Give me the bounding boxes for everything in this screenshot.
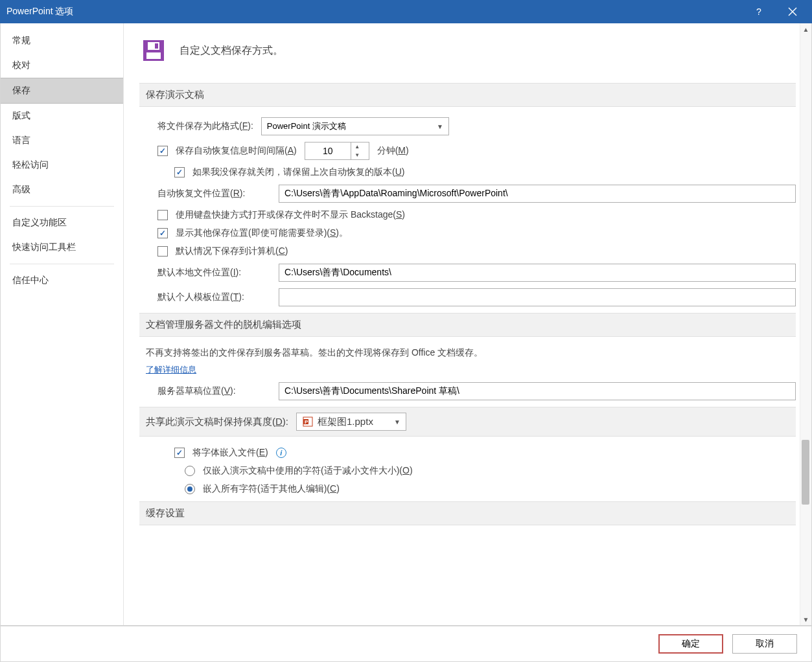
spinner-up[interactable]: ▲	[351, 143, 364, 151]
label-save-to-computer: 默认情况下保存到计算机(C)	[176, 245, 288, 257]
section-fidelity: 共享此演示文稿时保持保真度(D): P 框架图1.pptx ▼	[139, 407, 796, 437]
row-show-other-locations: 显示其他保存位置(即使可能需要登录)(S)。	[157, 227, 796, 239]
sidebar-item-customize-ribbon[interactable]: 自定义功能区	[1, 211, 123, 235]
page-subtitle: 自定义文档保存方式。	[180, 44, 283, 58]
label-keep-last: 如果我没保存就关闭，请保留上次自动恢复的版本(U)	[192, 166, 404, 178]
page-header: 自定义文档保存方式。	[139, 36, 796, 65]
sidebar-separator	[10, 206, 114, 207]
sidebar-item-accessibility[interactable]: 轻松访问	[1, 153, 123, 177]
label-show-other-loc: 显示其他保存位置(即使可能需要登录)(S)。	[176, 227, 348, 239]
dropdown-fidelity-file[interactable]: P 框架图1.pptx ▼	[296, 413, 406, 431]
sidebar-separator	[10, 264, 114, 264]
row-no-backstage: 使用键盘快捷方式打开或保存文件时不显示 Backstage(S)	[157, 209, 796, 221]
scroll-down-icon[interactable]: ▼	[800, 613, 811, 625]
chevron-down-icon: ▼	[394, 418, 400, 426]
radio-embed-all[interactable]	[185, 484, 195, 494]
close-icon	[788, 7, 797, 16]
row-server-draft: 服务器草稿位置(V):	[157, 382, 796, 400]
sidebar-item-language[interactable]: 语言	[1, 128, 123, 153]
label-autorecover-location: 自动恢复文件位置(R):	[157, 188, 271, 200]
cancel-button[interactable]: 取消	[732, 634, 797, 654]
ok-button[interactable]: 确定	[658, 634, 723, 654]
checkbox-keep-last[interactable]	[174, 167, 185, 177]
label-server-draft: 服务器草稿位置(V):	[157, 385, 271, 397]
dialog-footer: 确定 取消	[0, 626, 812, 662]
scroll-thumb[interactable]	[802, 440, 809, 505]
spinner-autorecover-minutes[interactable]: ▲ ▼	[305, 142, 369, 160]
row-embed-used-chars: 仅嵌入演示文稿中使用的字符(适于减小文件大小)(O)	[185, 465, 796, 477]
row-autorecover-interval: 保存自动恢复信息时间间隔(A) ▲ ▼ 分钟(M)	[157, 142, 796, 160]
window-title: PowerPoint 选项	[6, 6, 750, 17]
label-save-format: 将文件保存为此格式(F):	[157, 120, 253, 132]
sidebar-item-advanced[interactable]: 高级	[1, 177, 123, 202]
content-inner: 自定义文档保存方式。 保存演示文稿 将文件保存为此格式(F): PowerPoi…	[124, 23, 811, 625]
spinner-buttons: ▲ ▼	[351, 143, 364, 159]
scrollbar[interactable]: ▲ ▼	[800, 23, 811, 625]
section-offline-editing: 文档管理服务器文件的脱机编辑选项	[139, 313, 796, 337]
sidebar-item-proofing[interactable]: 校对	[1, 53, 123, 78]
label-embed-used: 仅嵌入演示文稿中使用的字符(适于减小文件大小)(O)	[203, 465, 413, 477]
pptx-file-icon: P	[302, 416, 314, 428]
help-button[interactable]: ?	[750, 3, 768, 21]
checkbox-autorecover[interactable]	[157, 146, 168, 156]
spinner-input[interactable]	[305, 146, 351, 156]
svg-rect-5	[155, 43, 158, 49]
row-embed-fonts: 将字体嵌入文件(E) i	[174, 447, 796, 459]
spinner-down[interactable]: ▼	[351, 151, 364, 159]
section-save-presentations: 保存演示文稿	[139, 83, 796, 107]
checkbox-embed-fonts[interactable]	[174, 448, 185, 458]
sidebar-item-save[interactable]: 保存	[1, 78, 123, 104]
input-server-draft[interactable]	[279, 382, 796, 400]
sidebar-item-quick-access[interactable]: 快速访问工具栏	[1, 235, 123, 260]
row-save-to-computer: 默认情况下保存到计算机(C)	[157, 245, 796, 257]
input-default-local[interactable]	[279, 264, 796, 282]
input-default-template[interactable]	[279, 288, 796, 306]
row-save-format: 将文件保存为此格式(F): PowerPoint 演示文稿 ▼	[157, 117, 796, 135]
titlebar: PowerPoint 选项 ?	[0, 0, 812, 23]
dropdown-save-format[interactable]: PowerPoint 演示文稿 ▼	[261, 117, 449, 135]
link-learn-more[interactable]: 了解详细信息	[146, 364, 196, 376]
section-cache: 缓存设置	[139, 501, 796, 525]
label-embed-fonts: 将字体嵌入文件(E)	[192, 447, 268, 459]
sidebar-item-layout[interactable]: 版式	[1, 104, 123, 128]
dropdown-fidelity-value: 框架图1.pptx	[318, 416, 373, 428]
input-autorecover-location[interactable]	[279, 185, 796, 203]
label-autorecover: 保存自动恢复信息时间间隔(A)	[176, 145, 297, 157]
radio-embed-used[interactable]	[185, 466, 195, 476]
row-embed-all-chars: 嵌入所有字符(适于其他人编辑)(C)	[185, 483, 796, 495]
row-default-template-location: 默认个人模板位置(T):	[157, 288, 796, 306]
label-no-backstage: 使用键盘快捷方式打开或保存文件时不显示 Backstage(S)	[176, 209, 405, 221]
dialog-body: 常规 校对 保存 版式 语言 轻松访问 高级 自定义功能区 快速访问工具栏 信任…	[0, 23, 812, 626]
label-default-local: 默认本地文件位置(I):	[157, 267, 271, 279]
sidebar-item-general[interactable]: 常规	[1, 29, 123, 53]
checkbox-save-to-computer[interactable]	[157, 246, 168, 257]
offline-note: 不再支持将签出的文件保存到服务器草稿。签出的文件现将保存到 Office 文档缓…	[146, 347, 796, 359]
titlebar-buttons: ?	[750, 3, 802, 21]
checkbox-no-backstage[interactable]	[157, 210, 168, 220]
sidebar: 常规 校对 保存 版式 语言 轻松访问 高级 自定义功能区 快速访问工具栏 信任…	[1, 23, 124, 625]
section-fidelity-title: 共享此演示文稿时保持保真度(D):	[146, 416, 288, 428]
row-keep-last-version: 如果我没保存就关闭，请保留上次自动恢复的版本(U)	[174, 166, 796, 178]
sidebar-item-trust-center[interactable]: 信任中心	[1, 268, 123, 293]
scroll-track[interactable]	[800, 35, 811, 613]
row-autorecover-location: 自动恢复文件位置(R):	[157, 185, 796, 203]
svg-text:P: P	[305, 419, 308, 425]
svg-rect-3	[146, 52, 161, 59]
info-icon[interactable]: i	[276, 448, 286, 458]
content-panel: 自定义文档保存方式。 保存演示文稿 将文件保存为此格式(F): PowerPoi…	[124, 23, 811, 625]
scroll-up-icon[interactable]: ▲	[800, 23, 811, 35]
row-default-local-location: 默认本地文件位置(I):	[157, 264, 796, 282]
label-default-template: 默认个人模板位置(T):	[157, 291, 271, 303]
dropdown-save-format-value: PowerPoint 演示文稿	[267, 120, 346, 132]
checkbox-show-other-loc[interactable]	[157, 228, 168, 238]
row-learn-more: 了解详细信息	[146, 364, 796, 376]
chevron-down-icon: ▼	[437, 123, 443, 130]
save-icon	[139, 36, 168, 65]
label-minutes: 分钟(M)	[377, 145, 409, 157]
label-embed-all: 嵌入所有字符(适于其他人编辑)(C)	[203, 483, 340, 495]
close-button[interactable]	[783, 3, 802, 21]
